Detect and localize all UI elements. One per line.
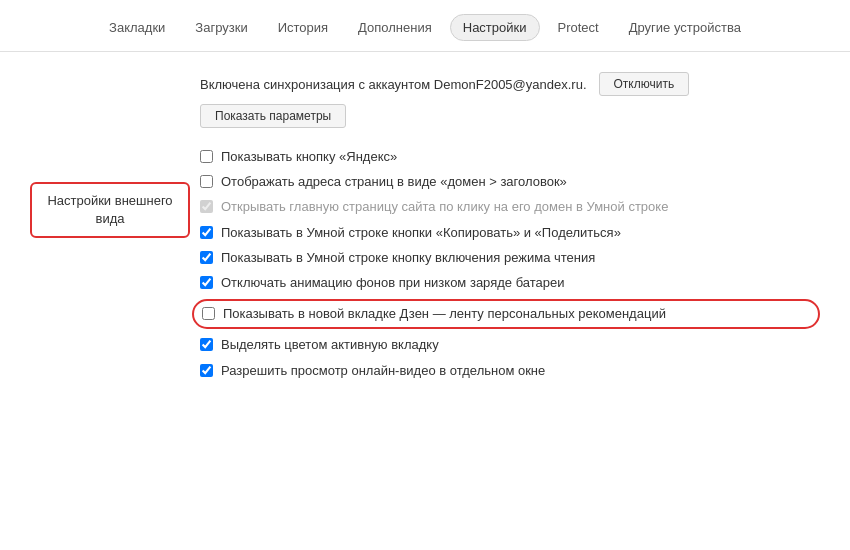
setting-item-show-yandex-btn: Показывать кнопку «Яндекс»	[200, 148, 820, 166]
setting-label-allow-video-window: Разрешить просмотр онлайн-видео в отдель…	[221, 362, 545, 380]
show-params-button[interactable]: Показать параметры	[200, 104, 346, 128]
main-content: Настройки внешнего вида Включена синхрон…	[0, 52, 850, 400]
appearance-section-label: Настройки внешнего вида	[30, 182, 190, 238]
nav-item-history[interactable]: История	[266, 15, 340, 40]
checkbox-show-reader-btn[interactable]	[200, 251, 213, 264]
setting-item-show-domain-url: Отображать адреса страниц в виде «домен …	[200, 173, 820, 191]
setting-label-show-reader-btn: Показывать в Умной строке кнопку включен…	[221, 249, 595, 267]
sidebar-label: Настройки внешнего вида	[30, 72, 190, 380]
nav-item-protect[interactable]: Protect	[546, 15, 611, 40]
setting-item-open-site-homepage: Открывать главную страницу сайта по клик…	[200, 198, 820, 216]
setting-label-disable-bg-animation: Отключать анимацию фонов при низком заря…	[221, 274, 565, 292]
sync-row: Включена синхронизация с аккаунтом Demon…	[200, 72, 820, 96]
checkbox-highlight-active-tab[interactable]	[200, 338, 213, 351]
checkbox-disable-bg-animation[interactable]	[200, 276, 213, 289]
nav-bar: ЗакладкиЗагрузкиИсторияДополненияНастрой…	[0, 0, 850, 52]
checkbox-show-dzen-feed[interactable]	[202, 307, 215, 320]
setting-label-show-yandex-btn: Показывать кнопку «Яндекс»	[221, 148, 397, 166]
nav-item-downloads[interactable]: Загрузки	[183, 15, 259, 40]
setting-item-show-reader-btn: Показывать в Умной строке кнопку включен…	[200, 249, 820, 267]
nav-item-other-devices[interactable]: Другие устройства	[617, 15, 753, 40]
setting-item-highlight-active-tab: Выделять цветом активную вкладку	[200, 336, 820, 354]
setting-label-show-domain-url: Отображать адреса страниц в виде «домен …	[221, 173, 567, 191]
checkbox-show-yandex-btn[interactable]	[200, 150, 213, 163]
content-area: Включена синхронизация с аккаунтом Demon…	[190, 72, 820, 380]
setting-label-highlight-active-tab: Выделять цветом активную вкладку	[221, 336, 439, 354]
settings-list: Показывать кнопку «Яндекс»Отображать адр…	[200, 148, 820, 380]
checkbox-show-domain-url[interactable]	[200, 175, 213, 188]
disconnect-button[interactable]: Отключить	[599, 72, 690, 96]
setting-label-show-dzen-feed: Показывать в новой вкладке Дзен — ленту …	[223, 305, 666, 323]
sync-description: Включена синхронизация с аккаунтом Demon…	[200, 77, 587, 92]
setting-label-open-site-homepage: Открывать главную страницу сайта по клик…	[221, 198, 668, 216]
sync-section: Включена синхронизация с аккаунтом Demon…	[200, 72, 820, 128]
setting-item-allow-video-window: Разрешить просмотр онлайн-видео в отдель…	[200, 362, 820, 380]
setting-label-show-copy-share: Показывать в Умной строке кнопки «Копиро…	[221, 224, 621, 242]
nav-item-addons[interactable]: Дополнения	[346, 15, 444, 40]
setting-item-disable-bg-animation: Отключать анимацию фонов при низком заря…	[200, 274, 820, 292]
checkbox-allow-video-window[interactable]	[200, 364, 213, 377]
nav-item-settings[interactable]: Настройки	[450, 14, 540, 41]
setting-item-show-dzen-feed: Показывать в новой вкладке Дзен — ленту …	[192, 299, 820, 329]
nav-item-bookmarks[interactable]: Закладки	[97, 15, 177, 40]
setting-item-show-copy-share: Показывать в Умной строке кнопки «Копиро…	[200, 224, 820, 242]
checkbox-show-copy-share[interactable]	[200, 226, 213, 239]
checkbox-open-site-homepage[interactable]	[200, 200, 213, 213]
